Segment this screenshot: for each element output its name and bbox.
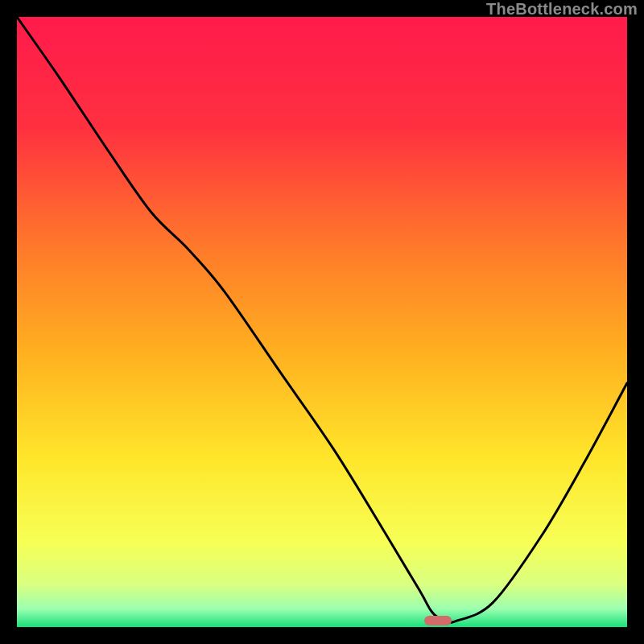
optimal-marker — [424, 616, 452, 625]
chart-frame: TheBottleneck.com — [0, 0, 644, 644]
plot-area — [17, 17, 627, 627]
bottleneck-curve — [17, 17, 627, 627]
watermark-text: TheBottleneck.com — [486, 0, 638, 19]
